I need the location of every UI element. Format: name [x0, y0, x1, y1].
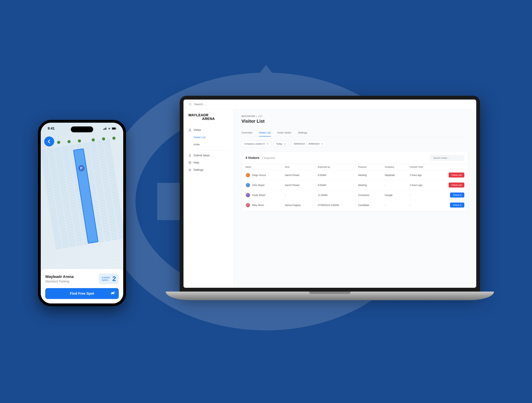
cell-host: Garret Flower — [281, 180, 314, 190]
cta-label: Find Free Spot — [70, 291, 94, 296]
col-host: Host — [281, 164, 314, 170]
cell-purpose: Meeting — [354, 180, 381, 190]
cell-company: - — [381, 200, 406, 210]
cell-checkin-time: - — [406, 200, 435, 210]
avatar — [246, 173, 250, 178]
checkout-button[interactable]: Check out — [449, 183, 464, 187]
cell-expected-by: 07/09/2024 9:00AM — [314, 200, 354, 210]
svg-line-12 — [115, 293, 115, 293]
global-search-input[interactable] — [194, 103, 471, 106]
laptop-base — [166, 291, 494, 300]
cell-expected-by: 9:00AM — [314, 180, 354, 190]
svg-rect-9 — [112, 128, 115, 129]
table-row: John MayerGarret Flower9:00AMMeeting-2 h… — [242, 180, 468, 190]
parking-info-card: Wayleadr Arena Standard Parking Availabl… — [41, 269, 123, 304]
tab-invite-visitor[interactable]: Invite Visitor — [277, 129, 291, 136]
checkin-button[interactable]: Check in — [450, 203, 464, 208]
checkin-button[interactable]: Check in — [450, 192, 464, 198]
filter-location-dropdown[interactable]: Company Location A — [241, 141, 271, 147]
cell-name: Mary Moon — [252, 204, 264, 206]
phone-status-icons — [103, 126, 116, 130]
cell-host: - — [281, 190, 314, 200]
breadcrumb: WAYVISITOR|List — [241, 115, 468, 118]
battery-icon — [112, 127, 116, 130]
table-row: Mary MoonSerina Fogarty07/09/2024 9:00AM… — [242, 200, 468, 210]
cell-purpose: Contractor — [354, 190, 381, 200]
top-search-bar — [184, 99, 476, 109]
sidebar-item-label: Submit Ideas — [194, 154, 209, 157]
col-company: Company — [381, 164, 406, 170]
tree-icon — [112, 137, 115, 140]
visitor-count-label: 4 Visitors — [246, 156, 260, 160]
sidebar: WAYLEADR ARENA Visitor Visitor List Invi… — [184, 109, 234, 288]
svg-rect-10 — [116, 128, 116, 129]
visitor-search-box[interactable] — [430, 155, 464, 161]
table-row: Diego SouzaGarret Flower9:00AMMeetingWay… — [242, 170, 468, 180]
laptop-mockup: WAYLEADR ARENA Visitor Visitor List Invi… — [166, 96, 494, 310]
lightbulb-icon — [188, 154, 191, 157]
visitor-table: Name Host Expected by Purpose Company Ch… — [242, 164, 468, 210]
parking-marker-icon: P — [78, 165, 85, 172]
sidebar-item-visitor-list[interactable]: Visitor List — [184, 134, 233, 141]
badge-label-line1: Available — [101, 277, 110, 279]
svg-rect-4 — [103, 129, 104, 130]
avatar — [246, 183, 250, 187]
cell-checkin-time: 2 hous ago — [406, 170, 435, 180]
cell-host: Garret Flower — [281, 170, 314, 180]
cell-expected-by: 9:00AM — [314, 170, 354, 180]
checkout-button[interactable]: Check out — [449, 173, 464, 178]
cell-company: - — [381, 180, 406, 190]
chevron-down-icon — [321, 143, 323, 145]
visitor-card: 4 Visitors 2 Expected Name — [241, 151, 468, 211]
gear-icon — [188, 168, 191, 172]
sidebar-item-help[interactable]: Help — [184, 159, 233, 166]
phone-app: P Wayleadr Arena Standard Parki — [41, 123, 123, 304]
cell-purpose: Meeting — [354, 170, 381, 180]
cell-purpose: Candidate — [354, 200, 381, 210]
visitor-expected-label: 2 Expected — [262, 156, 275, 159]
svg-line-14 — [191, 105, 192, 105]
sidebar-divider — [188, 150, 229, 150]
col-checkin-time: Checkin Time — [406, 164, 435, 170]
signal-icon — [103, 127, 107, 130]
tab-settings[interactable]: Settings — [298, 129, 307, 136]
sidebar-item-label: Visitor List — [194, 136, 205, 139]
cell-name: Clyde Wharf — [252, 194, 265, 197]
sidebar-item-label: Settings — [194, 168, 203, 172]
tab-overview[interactable]: Overview — [241, 129, 252, 136]
filter-bar: Company Location A Today 30/08/2024 → 30… — [241, 141, 468, 147]
car-search-icon — [110, 291, 115, 296]
phone-notch — [71, 126, 93, 132]
search-icon — [189, 103, 192, 106]
back-button[interactable] — [44, 136, 54, 146]
filter-date-range-dropdown[interactable]: 30/08/2024 → 30/08/2024 — [291, 141, 326, 147]
parking-type-subtitle: Standard Parking — [45, 280, 99, 283]
visitor-search-input[interactable] — [433, 157, 462, 159]
tree-icon — [92, 138, 95, 142]
sidebar-item-settings[interactable]: Settings — [184, 166, 233, 174]
cell-expected-by: 11:00AM — [314, 190, 354, 200]
sidebar-item-invite[interactable]: Invite — [184, 141, 233, 148]
sidebar-item-visitor[interactable]: Visitor — [184, 126, 233, 134]
tabs: Overview Visitor List Invite Visitor Set… — [241, 129, 468, 137]
svg-rect-5 — [104, 129, 105, 130]
col-expected-by: Expected by — [314, 164, 354, 170]
parking-location-title: Wayleadr Arena — [45, 274, 99, 279]
chevron-down-icon — [284, 143, 286, 145]
sidebar-item-label: Invite — [194, 143, 200, 146]
available-spaces-count: 2 — [112, 275, 116, 283]
tab-visitor-list[interactable]: Visitor List — [259, 129, 271, 136]
svg-point-11 — [114, 291, 115, 293]
phone-screen: 9:41 P — [41, 123, 123, 304]
page-title: Visitor List — [241, 118, 468, 124]
find-free-spot-button[interactable]: Find Free Spot — [45, 288, 119, 299]
app-logo: WAYLEADR ARENA — [184, 113, 233, 125]
svg-rect-6 — [105, 128, 106, 130]
sidebar-item-submit-ideas[interactable]: Submit Ideas — [184, 152, 233, 159]
avatar — [246, 203, 250, 208]
filter-date-preset-dropdown[interactable]: Today — [274, 141, 289, 147]
user-icon — [188, 129, 191, 132]
table-row: Clyde Wharf-11:00AMContractorGoogle-Chec… — [242, 190, 468, 200]
cell-checkin-time: 2 hours ago — [406, 180, 435, 190]
cell-checkin-time: - — [406, 190, 435, 200]
